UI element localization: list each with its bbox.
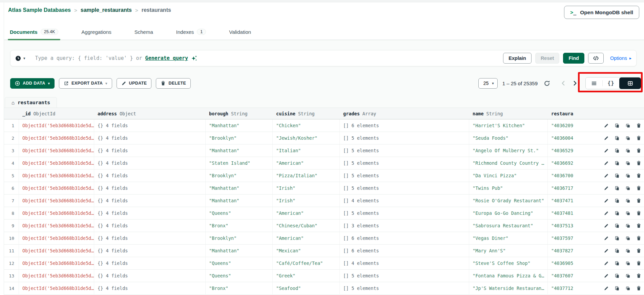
copy-document-button[interactable] xyxy=(615,236,620,241)
table-row[interactable]: 1 ObjectId('5eb3d668b31de5d… {} 4 fields… xyxy=(4,119,644,132)
delete-document-button[interactable] xyxy=(636,261,641,266)
table-row[interactable]: 13 ObjectId('5eb3d668b31de5d… {} 4 field… xyxy=(4,270,644,282)
copy-document-button[interactable] xyxy=(615,211,620,216)
explain-button[interactable]: Explain xyxy=(503,53,532,64)
copy-document-button[interactable] xyxy=(615,123,620,128)
clone-document-button[interactable] xyxy=(625,186,630,191)
breadcrumb-item-database[interactable]: sample_restaurants xyxy=(81,7,132,13)
delete-document-button[interactable] xyxy=(636,248,641,253)
add-data-button[interactable]: ADD DATA ▾ xyxy=(10,78,55,89)
copy-document-button[interactable] xyxy=(615,186,620,191)
edit-document-button[interactable] xyxy=(604,148,609,153)
copy-document-button[interactable] xyxy=(615,248,620,253)
export-data-button[interactable]: EXPORT DATA ▾ xyxy=(59,78,112,89)
copy-document-button[interactable] xyxy=(615,136,620,141)
delete-document-button[interactable] xyxy=(636,211,641,216)
delete-document-button[interactable] xyxy=(636,123,641,128)
clone-document-button[interactable] xyxy=(625,223,630,228)
tab-schema[interactable]: Schema xyxy=(134,25,154,40)
table-row[interactable]: 2 ObjectId('5eb3d668b31de5d… {} 4 fields… xyxy=(4,132,644,144)
table-row[interactable]: 8 ObjectId('5eb3d668b31de5d… {} 4 fields… xyxy=(4,207,644,220)
clone-document-button[interactable] xyxy=(625,248,630,253)
collection-tab-restaurants[interactable]: ⌂ restaurants xyxy=(5,97,57,108)
table-row[interactable]: 14 ObjectId('5eb3d668b31de5d… {} 4 field… xyxy=(4,282,644,295)
refresh-button[interactable] xyxy=(544,80,550,87)
edit-document-button[interactable] xyxy=(604,273,609,278)
copy-document-button[interactable] xyxy=(615,223,620,228)
delete-document-button[interactable] xyxy=(636,173,641,178)
open-mongodb-shell-button[interactable]: >_ Open MongoDB shell xyxy=(564,6,639,19)
edit-document-button[interactable] xyxy=(604,211,609,216)
table-row[interactable]: 12 ObjectId('5eb3d668b31de5d… {} 4 field… xyxy=(4,257,644,270)
edit-document-button[interactable] xyxy=(604,261,609,266)
edit-document-button[interactable] xyxy=(604,286,609,291)
edit-document-button[interactable] xyxy=(604,236,609,241)
delete-document-button[interactable] xyxy=(636,148,641,153)
page-size-select[interactable]: 25 ▾ xyxy=(478,78,498,89)
edit-document-button[interactable] xyxy=(604,173,609,178)
edit-document-button[interactable] xyxy=(604,223,609,228)
clone-document-button[interactable] xyxy=(625,286,630,291)
query-input[interactable]: Type a query: { field: 'value' } or Gene… xyxy=(35,55,503,61)
delete-document-button[interactable] xyxy=(636,161,641,166)
tab-aggregations[interactable]: Aggregations xyxy=(81,25,112,40)
delete-document-button[interactable] xyxy=(636,223,641,228)
delete-document-button[interactable] xyxy=(636,286,641,291)
table-row[interactable]: 5 ObjectId('5eb3d668b31de5d… {} 4 fields… xyxy=(4,169,644,182)
clone-document-button[interactable] xyxy=(625,261,630,266)
table-row[interactable]: 4 ObjectId('5eb3d668b31de5d… {} 4 fields… xyxy=(4,157,644,169)
reset-button[interactable]: Reset xyxy=(535,53,560,64)
generate-query-link[interactable]: Generate query xyxy=(145,55,188,61)
view-table-button[interactable] xyxy=(619,77,641,89)
copy-document-button[interactable] xyxy=(615,161,620,166)
code-view-toggle-button[interactable] xyxy=(588,53,604,64)
edit-document-button[interactable] xyxy=(604,186,609,191)
cell-address: {} 4 fields xyxy=(94,132,206,144)
table-row[interactable]: 7 ObjectId('5eb3d668b31de5d… {} 4 fields… xyxy=(4,195,644,207)
cell-name: "Rosie O'Grady Restaurant" xyxy=(469,195,548,207)
edit-document-button[interactable] xyxy=(604,123,609,128)
find-button[interactable]: Find xyxy=(563,53,584,64)
copy-document-button[interactable] xyxy=(615,148,620,153)
view-list-button[interactable] xyxy=(586,77,602,89)
table-row[interactable]: 11 ObjectId('5eb3d668b31de5d… {} 4 field… xyxy=(4,245,644,257)
tab-indexes[interactable]: Indexes 1 xyxy=(175,25,207,40)
view-json-button[interactable]: {} xyxy=(603,77,619,89)
table-row[interactable]: 9 ObjectId('5eb3d668b31de5d… {} 4 fields… xyxy=(4,220,644,232)
table-row[interactable]: 3 ObjectId('5eb3d668b31de5d… {} 4 fields… xyxy=(4,144,644,157)
tab-validation[interactable]: Validation xyxy=(228,25,252,40)
edit-document-button[interactable] xyxy=(604,136,609,141)
copy-document-button[interactable] xyxy=(615,173,620,178)
next-page-button[interactable] xyxy=(570,79,579,88)
clone-document-button[interactable] xyxy=(625,173,630,178)
table-row[interactable]: 10 ObjectId('5eb3d668b31de5d… {} 4 field… xyxy=(4,232,644,245)
clone-document-button[interactable] xyxy=(625,198,630,203)
edit-document-button[interactable] xyxy=(604,198,609,203)
edit-document-button[interactable] xyxy=(604,248,609,253)
clone-document-button[interactable] xyxy=(625,211,630,216)
edit-document-button[interactable] xyxy=(604,161,609,166)
clone-document-button[interactable] xyxy=(625,161,630,166)
update-button[interactable]: UPDATE xyxy=(117,78,152,89)
delete-document-button[interactable] xyxy=(636,236,641,241)
delete-document-button[interactable] xyxy=(636,273,641,278)
delete-document-button[interactable] xyxy=(636,136,641,141)
previous-page-button[interactable] xyxy=(559,79,568,88)
copy-document-button[interactable] xyxy=(615,261,620,266)
clone-document-button[interactable] xyxy=(625,123,630,128)
query-history-dropdown[interactable]: ▾ xyxy=(15,55,25,61)
copy-document-button[interactable] xyxy=(615,198,620,203)
options-link[interactable]: Options ▸ xyxy=(610,55,631,61)
copy-document-button[interactable] xyxy=(615,273,620,278)
copy-document-button[interactable] xyxy=(615,286,620,291)
breadcrumb-item-databases[interactable]: Atlas Sample Databases xyxy=(8,7,71,13)
table-row[interactable]: 6 ObjectId('5eb3d668b31de5d… {} 4 fields… xyxy=(4,182,644,195)
clone-document-button[interactable] xyxy=(625,273,630,278)
clone-document-button[interactable] xyxy=(625,148,630,153)
tab-documents[interactable]: Documents 25.4K xyxy=(9,25,59,40)
delete-document-button[interactable] xyxy=(636,186,641,191)
delete-document-button[interactable] xyxy=(636,198,641,203)
clone-document-button[interactable] xyxy=(625,236,630,241)
clone-document-button[interactable] xyxy=(625,136,630,141)
delete-button[interactable]: DELETE xyxy=(156,78,191,89)
